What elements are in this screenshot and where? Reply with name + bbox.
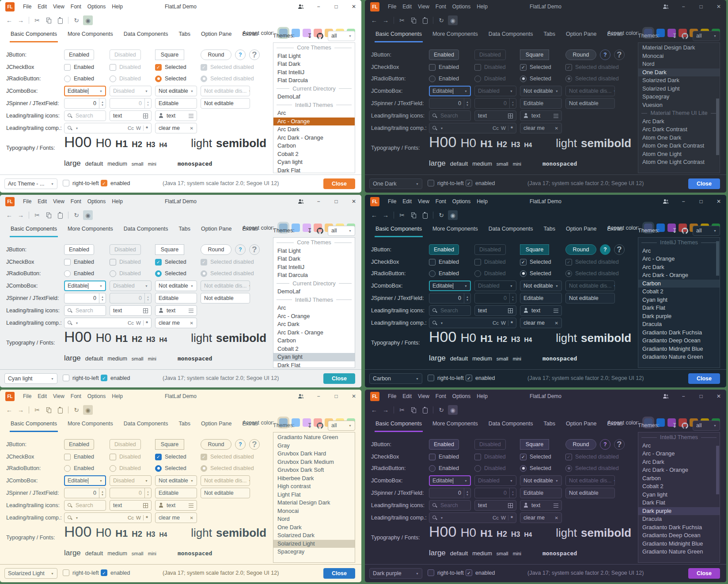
text-input-grid[interactable]: text bbox=[110, 500, 152, 511]
theme-list-item[interactable]: Material Theme UI Lite bbox=[638, 109, 720, 118]
tab[interactable]: Option Pane bbox=[200, 29, 233, 42]
menu-item[interactable]: Edit bbox=[34, 2, 50, 11]
theme-list-item[interactable]: Flat Darcula bbox=[273, 271, 355, 280]
combobox-not-editable[interactable]: Not editable▼ bbox=[155, 86, 197, 96]
tab[interactable]: Data Components bbox=[123, 224, 169, 237]
round-button[interactable]: Round bbox=[565, 244, 596, 255]
minimize-button[interactable]: − bbox=[315, 393, 322, 399]
paste-icon[interactable] bbox=[420, 15, 430, 25]
github-icon[interactable] bbox=[317, 228, 323, 234]
theme-list-item[interactable]: Arc - Orange bbox=[273, 312, 355, 321]
search-input-with-options[interactable]: ▾ Cc W * bbox=[429, 512, 516, 523]
back-icon[interactable]: ← bbox=[369, 405, 379, 415]
whole-word-icon[interactable]: W bbox=[136, 125, 141, 131]
square-button[interactable]: Square bbox=[520, 244, 549, 255]
checkbox-enabled[interactable] bbox=[64, 454, 71, 460]
menu-item[interactable]: Edit bbox=[399, 197, 415, 206]
clear-icon[interactable]: ✕ bbox=[190, 516, 193, 520]
theme-list-item[interactable]: Arc bbox=[638, 247, 720, 255]
menu-item[interactable]: File bbox=[385, 392, 399, 401]
clear-icon[interactable]: ✕ bbox=[555, 321, 558, 326]
help-icon-secondary[interactable]: ? bbox=[249, 439, 260, 450]
spinner[interactable]: 0▲▼ bbox=[429, 98, 471, 109]
tab[interactable]: Basic Components bbox=[375, 224, 423, 237]
chevron-down-icon[interactable]: ▼ bbox=[414, 572, 419, 575]
eye-toggle-icon[interactable]: ◉ bbox=[83, 405, 93, 415]
tab[interactable]: Tabs bbox=[178, 29, 191, 42]
search-input[interactable]: Search bbox=[64, 500, 106, 511]
github-icon[interactable] bbox=[317, 422, 323, 429]
search-input-with-options[interactable]: ▾ Cc W * bbox=[64, 123, 152, 133]
theme-list-item[interactable]: Flat Dark bbox=[273, 255, 355, 263]
theme-list-item[interactable]: Gruvbox Dark Soft bbox=[273, 466, 355, 474]
tab[interactable]: Option Pane bbox=[565, 419, 598, 432]
search-input[interactable]: Search bbox=[429, 500, 471, 511]
maximize-button[interactable]: □ bbox=[333, 4, 339, 10]
users-icon[interactable] bbox=[663, 393, 669, 399]
download-icon[interactable]: ↧ bbox=[307, 422, 312, 429]
cut-icon[interactable]: ✂ bbox=[397, 15, 407, 25]
theme-list-item[interactable]: Monocai bbox=[273, 507, 355, 516]
chevron-down-icon[interactable]: ▾ bbox=[76, 516, 78, 520]
text-input-person[interactable]: text bbox=[520, 110, 562, 121]
theme-list-item[interactable]: Dark Flat bbox=[273, 361, 355, 368]
refresh-icon[interactable]: ↻ bbox=[436, 210, 446, 220]
menu-item[interactable]: View bbox=[415, 2, 432, 11]
theme-list-item[interactable]: Material Design Dark bbox=[273, 499, 355, 507]
maximize-button[interactable]: □ bbox=[698, 4, 704, 10]
theme-list-item[interactable]: Arc - Orange bbox=[273, 118, 355, 126]
enabled-checkbox[interactable]: ✓ bbox=[101, 180, 107, 186]
theme-list-item[interactable]: Carbon bbox=[638, 280, 720, 288]
menu-item[interactable]: View bbox=[50, 2, 68, 11]
checkbox-enabled[interactable] bbox=[429, 259, 436, 265]
theme-list-item[interactable]: DemoLaf bbox=[273, 93, 355, 101]
radio-selected[interactable] bbox=[155, 465, 162, 472]
refresh-icon[interactable]: ↻ bbox=[72, 15, 81, 25]
minimize-button[interactable]: − bbox=[680, 4, 686, 10]
theme-list-item[interactable]: Arc - Orange bbox=[638, 255, 720, 263]
theme-list-item[interactable]: Flat Darcula bbox=[273, 76, 355, 85]
enabled-button[interactable]: Enabled bbox=[429, 49, 459, 60]
chevron-down-icon[interactable]: ▼ bbox=[347, 424, 352, 427]
theme-list-item[interactable]: One Dark bbox=[638, 68, 720, 77]
tab[interactable]: Tabs bbox=[543, 224, 556, 237]
clearable-input[interactable]: clear me✕ bbox=[520, 318, 562, 328]
theme-list-item[interactable]: Carbon bbox=[273, 337, 355, 345]
close-button[interactable]: Close bbox=[688, 568, 720, 579]
theme-list-item[interactable]: Arc bbox=[273, 304, 355, 312]
enabled-button[interactable]: Enabled bbox=[64, 49, 94, 60]
copy-icon[interactable] bbox=[44, 15, 53, 25]
menu-item[interactable]: View bbox=[50, 392, 68, 401]
paste-icon[interactable] bbox=[55, 405, 65, 415]
theme-list-item[interactable]: Cobalt 2 bbox=[638, 288, 720, 296]
minimize-button[interactable]: − bbox=[680, 198, 686, 205]
checkbox-selected[interactable]: ✓ bbox=[520, 64, 527, 71]
combobox-not-editable[interactable]: Not editable▼ bbox=[520, 86, 562, 96]
copy-icon[interactable] bbox=[44, 210, 53, 220]
menu-item[interactable]: Font bbox=[432, 392, 449, 401]
theme-list-item[interactable]: Core Themes bbox=[273, 44, 355, 52]
tab[interactable]: Extras bbox=[606, 224, 623, 237]
users-icon[interactable] bbox=[298, 393, 304, 399]
spinner[interactable]: 0▲▼ bbox=[429, 293, 471, 303]
text-input-person[interactable]: text bbox=[520, 305, 562, 316]
spinner[interactable]: 0▲▼ bbox=[64, 98, 106, 109]
theme-list-item[interactable]: Gruvbox Dark Hard bbox=[273, 450, 355, 458]
help-icon[interactable]: ? bbox=[235, 244, 246, 255]
back-icon[interactable]: ← bbox=[4, 15, 14, 25]
spinner-arrows[interactable]: ▲▼ bbox=[99, 99, 106, 108]
forward-icon[interactable]: → bbox=[16, 210, 26, 220]
radio-selected[interactable] bbox=[520, 465, 527, 472]
theme-selector-combobox[interactable]: Cyan light▼ bbox=[4, 373, 57, 384]
chevron-down-icon[interactable]: ▼ bbox=[189, 284, 193, 288]
round-button[interactable]: Round bbox=[565, 439, 596, 450]
tab[interactable]: Data Components bbox=[123, 419, 169, 432]
download-icon[interactable]: ↧ bbox=[672, 227, 677, 234]
combobox-editable[interactable]: Editable▼ bbox=[64, 281, 106, 291]
minimize-button[interactable]: − bbox=[315, 198, 322, 205]
tab[interactable]: More Components bbox=[67, 29, 114, 42]
radio-selected[interactable] bbox=[155, 76, 162, 82]
clear-icon[interactable]: ✕ bbox=[190, 126, 193, 131]
enabled-button[interactable]: Enabled bbox=[429, 244, 459, 255]
chevron-down-icon[interactable]: ▼ bbox=[98, 90, 102, 93]
